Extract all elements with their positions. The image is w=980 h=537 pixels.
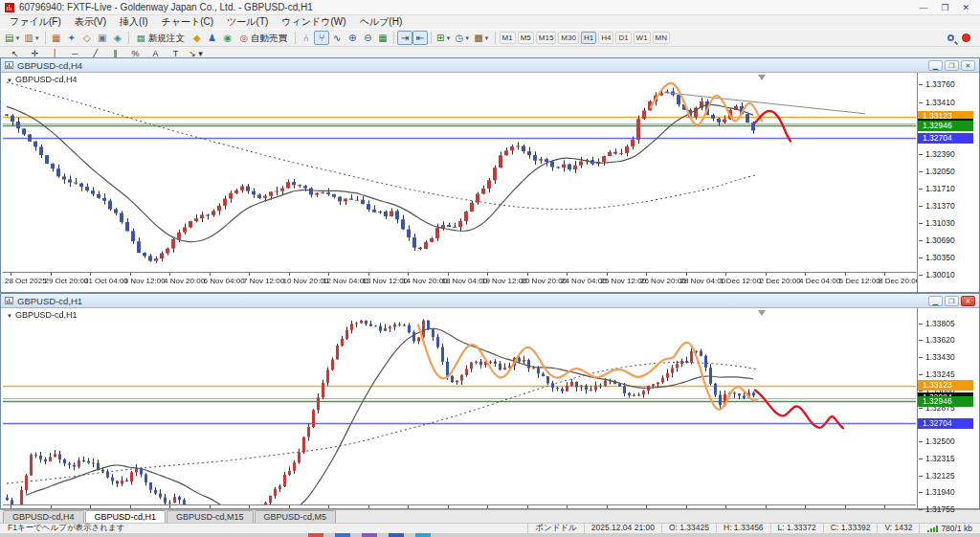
app-logo-icon (5, 3, 14, 12)
window-close-button[interactable]: ✕ (962, 3, 969, 12)
notification-badge-icon[interactable] (962, 34, 970, 42)
chart-h4-price-scale[interactable]: 1.337601.334101.323901.320501.317101.313… (917, 73, 979, 292)
strategy-tester-button[interactable]: ◈ (110, 31, 125, 45)
caret-down-icon: ▼ (14, 35, 20, 41)
search-icon[interactable] (947, 34, 954, 41)
chart-tab-2[interactable]: GBPUSD-cd,M15 (167, 510, 254, 523)
caret-down-icon: ▼ (34, 35, 40, 41)
price-tick-label: 1.33620 (925, 336, 955, 345)
menu-item-1[interactable]: 表示(V) (68, 15, 113, 29)
timeframe-button-h4[interactable]: H4 (598, 32, 613, 44)
profiles-button[interactable]: ▥▼ (22, 31, 41, 45)
window-maximize-button[interactable]: ❐ (941, 3, 948, 12)
chart-close-button[interactable]: ✕ (961, 296, 975, 306)
chart-tab-0[interactable]: GBPUSD-cd,H4 (3, 510, 84, 523)
menu-item-2[interactable]: 挿入(I) (113, 15, 154, 29)
caret-down-icon: ▼ (445, 35, 451, 41)
price-tick-label: 1.31710 (925, 185, 955, 193)
chart-h1-symbol-label[interactable]: ▼GBPUSD-cd,H1 (7, 310, 77, 320)
chart-restore-button[interactable]: ❐ (945, 296, 959, 306)
auto-trading-button[interactable]: ◎自動売買 (235, 31, 292, 45)
timeframe-button-h1[interactable]: H1 (581, 32, 596, 44)
auto-scroll-button[interactable]: ⇥ (397, 31, 412, 45)
menu-item-5[interactable]: ウィンドウ(W) (275, 15, 352, 29)
zoom-out-button[interactable]: ⊖ (360, 31, 375, 45)
time-tick-label: 18 Nov 04:00 (442, 277, 488, 285)
price-level-box: 1.32704 (918, 133, 973, 144)
connection-speed: 780/1 kb (941, 524, 972, 533)
terminal-button[interactable]: ▣ (95, 31, 110, 45)
price-tick-label: 1.32390 (925, 150, 955, 159)
timeframe-button-m5[interactable]: M5 (518, 32, 534, 44)
time-tick-label: 4 Dec 04:00 (799, 277, 840, 285)
toolbar-separator (431, 32, 432, 44)
auto-trading-icon: ◎ (240, 34, 248, 43)
navigator-button[interactable]: ✦ (64, 31, 79, 45)
data-window-button[interactable]: ◇ (79, 31, 95, 45)
chart-h4-plot-area[interactable] (3, 73, 916, 273)
timeframe-button-m30[interactable]: M30 (558, 32, 579, 44)
chart-shift-button[interactable]: ⇤ (412, 31, 428, 45)
candlestick-button[interactable]: ⑂ (314, 31, 329, 45)
price-tick-label: 1.32315 (925, 455, 955, 463)
chart-tab-3[interactable]: GBPUSD-cd,M5 (255, 510, 337, 523)
auto-scroll-icon: ⇥ (401, 34, 409, 43)
menu-item-6[interactable]: ヘルプ(H) (353, 15, 410, 29)
time-tick-label: 13 Nov 12:00 (363, 277, 409, 285)
chart-minimize-button[interactable]: ▁ (928, 60, 943, 71)
new-order-button[interactable]: ▤新規注文 (132, 31, 189, 45)
timeframe-button-w1[interactable]: W1 (634, 32, 651, 44)
profiles-icon: ▥ (24, 34, 33, 43)
zoom-in-button[interactable]: ⊕ (345, 31, 360, 45)
bar-chart-button[interactable]: ⑃ (299, 31, 314, 45)
templates-button[interactable]: ▩▼ (472, 31, 491, 45)
indicators-button[interactable]: ⊞▼ (434, 31, 453, 45)
chart-h4-symbol-label[interactable]: ▼GBPUSD-cd,H4 (7, 75, 77, 84)
time-tick-label: 31 Oct 04:00 (84, 277, 128, 285)
chart-window-h4-titlebar[interactable]: GBPUSD-cd,H4 ▁ ❐ ✕ (1, 58, 979, 73)
chart-minimize-button[interactable]: ▁ (928, 296, 943, 306)
line-chart-button[interactable]: ∿ (329, 31, 345, 45)
price-tick-label: 1.33430 (925, 353, 955, 362)
navigator-icon: ✦ (68, 34, 76, 43)
taskbar-app-icon (415, 533, 431, 537)
timeframe-button-m15[interactable]: M15 (536, 32, 557, 44)
chart-h1-plot-area[interactable] (3, 308, 916, 505)
chart-h1-price-scale[interactable]: 1.338051.336201.334301.332451.330601.328… (917, 308, 979, 508)
mql-community-button[interactable]: ♟ (205, 31, 220, 45)
chart-h1-time-axis[interactable] (3, 504, 916, 508)
chart-tab-bar: GBPUSD-cd,H4GBPUSD-cd,H1GBPUSD-cd,M15GBP… (0, 509, 980, 523)
chart-tab-1[interactable]: GBPUSD-cd,H1 (85, 510, 167, 523)
new-chart-button[interactable]: ▤▼ (3, 31, 22, 45)
chart-window-h1-titlebar[interactable]: GBPUSD-cd,H1 ▁ ❐ ✕ (1, 294, 979, 308)
market-watch-button[interactable]: ▦ (49, 31, 64, 45)
web-button[interactable]: ◉ (220, 31, 235, 45)
periods-icon: ◷ (455, 34, 463, 43)
price-tick-label: 1.33410 (925, 99, 955, 107)
chart-restore-button[interactable]: ❐ (945, 60, 959, 71)
time-tick-label: 24 Nov 04:00 (561, 277, 607, 285)
menu-item-3[interactable]: チャート(C) (155, 15, 221, 29)
price-level-box: 1.32946 (918, 121, 973, 131)
status-bar: F1キーでヘルプが表示されます ポンドドル2025.12.04 21:00O: … (0, 523, 980, 533)
timeframe-button-m1[interactable]: M1 (500, 32, 516, 44)
menu-item-4[interactable]: ツール(T) (220, 15, 275, 29)
chart-h4-time-axis[interactable]: 28 Oct 202529 Oct 20:0031 Oct 04:003 Nov… (3, 272, 916, 285)
os-taskbar-sliver (0, 533, 980, 537)
chart-close-button[interactable]: ✕ (961, 60, 975, 71)
window-minimize-button[interactable]: — (919, 3, 927, 12)
new-chart-icon: ▤ (5, 34, 13, 43)
time-tick-label: 26 Nov 20:00 (640, 277, 686, 285)
periods-button[interactable]: ◷▼ (453, 31, 472, 45)
menu-item-0[interactable]: ファイル(F) (3, 15, 68, 29)
timeframe-button-mn[interactable]: MN (653, 32, 670, 44)
metaeditor-button[interactable]: ◆ (189, 31, 205, 45)
price-tick-label: 1.32500 (925, 437, 955, 446)
time-tick-label: 19 Nov 12:00 (481, 277, 527, 285)
chart-window-h1-title: GBPUSD-cd,H1 (17, 296, 924, 306)
timeframe-button-d1[interactable]: D1 (615, 32, 631, 44)
tile-windows-button[interactable]: ▦ (375, 31, 390, 45)
price-tick-label: 1.30010 (925, 271, 955, 280)
bar-chart-icon: ⑃ (303, 34, 309, 43)
price-tick-label: 1.31940 (925, 488, 955, 497)
